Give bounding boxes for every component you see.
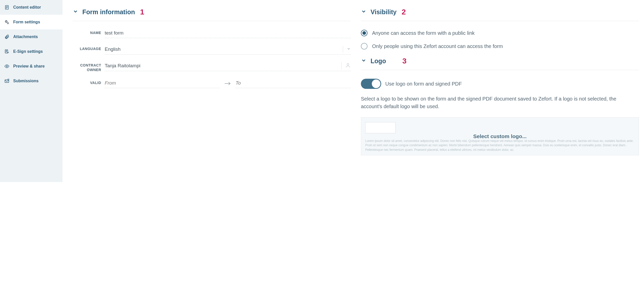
- signature-icon: [4, 49, 10, 54]
- section-title: Logo: [371, 57, 386, 65]
- sidebar-item-preview-share[interactable]: Preview & share: [0, 59, 63, 74]
- svg-point-8: [6, 66, 8, 67]
- owner-select[interactable]: Tanja Raitolampi: [105, 62, 351, 71]
- section-header-form-info[interactable]: Form information 1: [73, 8, 351, 21]
- sidebar-item-content-editor[interactable]: Content editor: [0, 0, 63, 15]
- arrow-right-icon: [224, 81, 231, 87]
- section-header-visibility[interactable]: Visibility 2: [361, 8, 639, 21]
- inbox-check-icon: [4, 78, 10, 84]
- valid-to-input[interactable]: [236, 80, 351, 88]
- chevron-down-icon: [73, 9, 78, 15]
- valid-from-input[interactable]: [105, 80, 220, 88]
- field-valid: VALID: [73, 80, 351, 88]
- logo-preview[interactable]: Lorem ipsum dolor sit amet, consectetur …: [361, 117, 639, 155]
- sidebar-item-label: Submissions: [13, 79, 39, 83]
- section-header-logo[interactable]: Logo 3: [361, 57, 639, 70]
- logo-toggle[interactable]: [361, 79, 381, 89]
- col-right: Visibility 2 Anyone can access the form …: [361, 8, 639, 182]
- sidebar-item-label: Attachments: [13, 35, 38, 39]
- logo-toggle-row: Use logo on form and signed PDF: [361, 79, 639, 89]
- sidebar-item-label: Content editor: [13, 5, 41, 10]
- step-number: 2: [402, 8, 406, 16]
- chevron-down-icon: [361, 58, 366, 64]
- logo-preview-lorem: Lorem ipsum dolor sit amet, consectetur …: [365, 139, 635, 152]
- visibility-option-public[interactable]: Anyone can access the form with a public…: [361, 30, 639, 36]
- language-select[interactable]: English: [105, 46, 351, 55]
- name-input[interactable]: [105, 30, 351, 38]
- chevron-down-icon: [361, 9, 366, 15]
- logo-description: Select a logo to be shown on the form an…: [361, 95, 639, 110]
- field-label-owner: CONTRACT OWNER: [73, 62, 101, 72]
- field-label-valid: VALID: [73, 80, 101, 85]
- gears-icon: [4, 19, 10, 25]
- step-number: 3: [402, 57, 407, 65]
- sidebar-item-form-settings[interactable]: Form settings: [0, 15, 63, 29]
- svg-point-5: [6, 21, 7, 22]
- sidebar-item-esign-settings[interactable]: E-Sign settings: [0, 44, 63, 59]
- field-name: NAME: [73, 30, 351, 38]
- col-form-information: Form information 1 NAME LANGUAGE English: [73, 8, 351, 182]
- person-icon: [345, 62, 351, 69]
- field-contract-owner: CONTRACT OWNER Tanja Raitolampi: [73, 62, 351, 72]
- document-icon: [4, 5, 10, 10]
- sidebar-item-attachments[interactable]: Attachments: [0, 29, 63, 44]
- field-label-name: NAME: [73, 30, 101, 35]
- section-title: Form information: [82, 8, 135, 16]
- owner-value: Tanja Raitolampi: [105, 63, 338, 69]
- paperclip-icon: [4, 34, 10, 40]
- step-number: 1: [140, 8, 144, 16]
- chevron-down-icon: [347, 47, 351, 52]
- visibility-option-private[interactable]: Only people using this Zefort account ca…: [361, 43, 639, 50]
- language-value: English: [105, 46, 339, 52]
- radio-label: Only people using this Zefort account ca…: [372, 43, 503, 49]
- radio-label: Anyone can access the form with a public…: [372, 30, 475, 36]
- sidebar: Content editor Form settings Attachments…: [0, 0, 63, 182]
- radio-icon: [361, 43, 367, 50]
- sidebar-item-label: Preview & share: [13, 64, 45, 69]
- svg-point-6: [7, 23, 9, 24]
- field-language: LANGUAGE English: [73, 46, 351, 55]
- radio-icon: [361, 30, 367, 36]
- logo-placeholder-box: [365, 122, 396, 133]
- main-content: Form information 1 NAME LANGUAGE English: [63, 0, 644, 182]
- eye-icon: [4, 63, 10, 69]
- sidebar-item-label: Form settings: [13, 20, 40, 24]
- sidebar-item-label: E-Sign settings: [13, 49, 43, 54]
- section-title: Visibility: [371, 8, 396, 16]
- sidebar-item-submissions[interactable]: Submissions: [0, 74, 63, 88]
- field-label-language: LANGUAGE: [73, 46, 101, 51]
- toggle-knob: [372, 79, 380, 88]
- svg-point-11: [347, 63, 349, 65]
- logo-toggle-label: Use logo on form and signed PDF: [385, 81, 462, 87]
